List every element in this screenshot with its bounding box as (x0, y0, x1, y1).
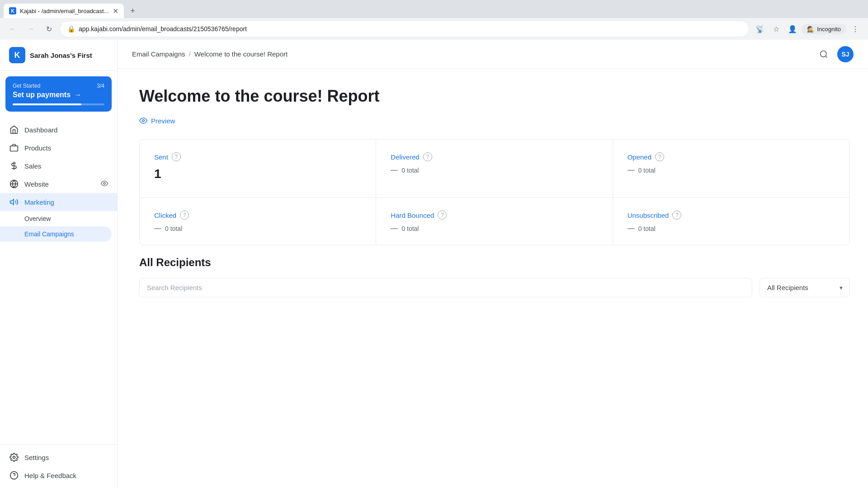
filter-select[interactable]: All Recipients Opened Clicked Delivered … (760, 278, 850, 297)
stat-value-sent: 1 (154, 167, 361, 181)
sidebar-item-help-label: Help & Feedback (24, 472, 108, 479)
stat-info-icon-delivered[interactable]: ? (423, 152, 432, 161)
search-recipients-input[interactable] (139, 278, 752, 297)
page-content: Welcome to the course! Report Preview Se… (118, 69, 868, 488)
stat-info-icon-hard-bounced[interactable]: ? (438, 211, 447, 220)
get-started-label: Get Started (13, 83, 40, 89)
stat-secondary-value-clicked: 0 total (165, 225, 182, 232)
stat-label-row-delivered: Delivered ? (391, 152, 598, 161)
svg-line-10 (826, 56, 827, 57)
brand-header: K Sarah Jonas's First (0, 40, 117, 71)
sidebar-item-marketing[interactable]: Marketing (0, 193, 117, 211)
stat-card-clicked: Clicked ? 0 total (140, 198, 376, 245)
get-started-top: Get Started 3/4 (13, 83, 104, 89)
sidebar-sub-item-overview[interactable]: Overview (0, 211, 117, 226)
tab-close-button[interactable]: ✕ (113, 7, 118, 15)
sidebar-item-products[interactable]: Products (0, 139, 117, 157)
sidebar-bottom: Settings Help & Feedback (0, 444, 117, 488)
top-bar: Email Campaigns / Welcome to the course!… (118, 40, 868, 69)
stat-card-delivered: Delivered ? 0 total (376, 140, 613, 198)
sales-icon (9, 161, 19, 170)
back-button[interactable]: ← (5, 22, 20, 36)
forward-button[interactable]: → (24, 22, 38, 36)
preview-icon (139, 117, 147, 125)
breadcrumb-separator: / (189, 50, 191, 58)
sidebar-item-help[interactable]: Help & Feedback (0, 466, 117, 484)
stat-secondary-value-hard-bounced: 0 total (401, 225, 419, 232)
profile-button[interactable]: 👤 (785, 22, 800, 36)
breadcrumb-parent[interactable]: Email Campaigns (132, 50, 185, 58)
stat-secondary-value-opened: 0 total (638, 167, 656, 174)
svg-marker-5 (10, 199, 14, 205)
tab-bar: K Kajabi - /admin/email_broadcast... ✕ + (0, 0, 868, 18)
sidebar-sub-item-email-campaigns[interactable]: Email Campaigns (0, 226, 112, 242)
sidebar-item-website-label: Website (24, 180, 95, 188)
search-input-wrapper (139, 278, 752, 297)
stats-grid: Sent ? 1 Delivered ? 0 total (139, 139, 850, 245)
preview-label: Preview (151, 117, 175, 125)
url-display: app.kajabi.com/admin/email_broadcasts/21… (79, 25, 741, 33)
help-icon (9, 471, 19, 480)
brand-logo: K (9, 47, 25, 63)
sidebar-item-website[interactable]: Website (0, 175, 117, 193)
get-started-title: Set up payments → (13, 91, 104, 99)
stat-label-hard-bounced[interactable]: Hard Bounced (391, 211, 434, 219)
stat-card-hard-bounced: Hard Bounced ? 0 total (376, 198, 613, 245)
marketing-icon (9, 197, 19, 206)
settings-icon (9, 453, 19, 462)
browser-nav-actions: 📡 ☆ 👤 🕵️ Incognito ⋮ (753, 22, 863, 36)
sidebar-sub-item-overview-label: Overview (24, 215, 51, 222)
stat-label-clicked[interactable]: Clicked (154, 211, 176, 219)
products-icon (9, 143, 19, 152)
cast-button[interactable]: 📡 (753, 22, 767, 36)
app-wrapper: K Sarah Jonas's First Get Started 3/4 Se… (0, 0, 868, 488)
breadcrumb-current: Welcome to the course! Report (194, 50, 288, 58)
avatar[interactable]: SJ (837, 46, 854, 62)
sidebar: K Sarah Jonas's First Get Started 3/4 Se… (0, 40, 118, 488)
sidebar-item-dashboard[interactable]: Dashboard (0, 121, 117, 139)
stat-dash-delivered (391, 170, 398, 171)
tab-title: Kajabi - /admin/email_broadcast... (20, 8, 109, 14)
sidebar-nav: Dashboard Products Sales Website (0, 117, 117, 444)
menu-button[interactable]: ⋮ (848, 22, 863, 36)
incognito-badge: 🕵️ Incognito (802, 24, 846, 34)
svg-point-11 (142, 120, 145, 122)
sidebar-item-sales[interactable]: Sales (0, 157, 117, 175)
stat-info-icon-sent[interactable]: ? (172, 152, 181, 161)
stat-info-icon-clicked[interactable]: ? (180, 211, 189, 220)
preview-link[interactable]: Preview (139, 117, 850, 125)
svg-rect-0 (10, 146, 18, 151)
sidebar-item-sales-label: Sales (24, 162, 108, 170)
stat-label-row-clicked: Clicked ? (154, 211, 361, 220)
new-tab-button[interactable]: + (126, 4, 140, 18)
stat-dash-hard-bounced (391, 228, 398, 229)
address-bar[interactable]: 🔒 app.kajabi.com/admin/email_broadcasts/… (60, 21, 749, 37)
svg-point-9 (821, 51, 826, 56)
sidebar-item-dashboard-label: Dashboard (24, 126, 108, 134)
bookmark-button[interactable]: ☆ (769, 22, 783, 36)
reload-button[interactable]: ↻ (42, 22, 56, 36)
stat-label-unsubscribed[interactable]: Unsubscribed (627, 211, 669, 219)
stat-label-row-sent: Sent ? (154, 152, 361, 161)
lock-icon: 🔒 (67, 25, 75, 33)
stat-info-icon-unsubscribed[interactable]: ? (672, 211, 681, 220)
nav-bar: ← → ↻ 🔒 app.kajabi.com/admin/email_broad… (0, 18, 868, 40)
get-started-banner[interactable]: Get Started 3/4 Set up payments → (5, 76, 112, 112)
recipients-controls: All Recipients Opened Clicked Delivered … (139, 278, 850, 297)
breadcrumb: Email Campaigns / Welcome to the course!… (132, 50, 288, 58)
incognito-icon: 🕵️ (807, 26, 814, 33)
search-button[interactable] (816, 46, 832, 62)
page-title: Welcome to the course! Report (139, 87, 850, 106)
stat-dash-unsubscribed (627, 228, 635, 229)
sidebar-item-products-label: Products (24, 144, 108, 152)
sidebar-item-settings[interactable]: Settings (0, 448, 117, 466)
stat-info-icon-opened[interactable]: ? (655, 152, 664, 161)
stat-label-row-unsubscribed: Unsubscribed ? (627, 211, 835, 220)
stat-secondary-value-unsubscribed: 0 total (638, 225, 656, 232)
active-tab[interactable]: K Kajabi - /admin/email_broadcast... ✕ (4, 4, 124, 18)
brand-name: Sarah Jonas's First (30, 52, 92, 59)
stat-label-opened[interactable]: Opened (627, 153, 651, 161)
svg-point-4 (104, 183, 105, 184)
stat-label-delivered[interactable]: Delivered (391, 153, 419, 161)
stat-label-sent[interactable]: Sent (154, 153, 168, 161)
